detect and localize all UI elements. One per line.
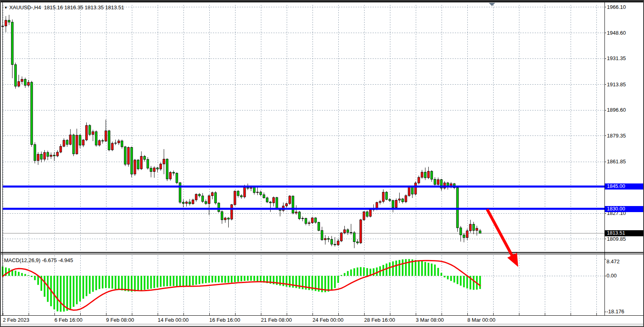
- axis-ticks: [3, 7, 606, 316]
- mt4-chart-window: ▼XAUUSD-,H4 1815.16 1816.35 1813.35 1813…: [0, 0, 644, 327]
- window-bottom-strip: [1, 324, 644, 327]
- macd-histogram: [2, 259, 481, 312]
- panel-frame: [1, 1, 644, 316]
- candlestick-series: [2, 15, 481, 248]
- level-line-1845[interactable]: [2, 185, 604, 187]
- current-price-badge: 1813.51: [605, 230, 644, 236]
- level-line-1830[interactable]: [2, 208, 604, 210]
- trend-arrow[interactable]: [487, 209, 518, 267]
- grid-layer: [2, 5, 604, 315]
- resistance-level-badge: 1845.00: [605, 183, 644, 190]
- support-level-badge: 1830.00: [605, 206, 644, 212]
- chart-shift-marker[interactable]: [489, 3, 495, 6]
- chart-canvas[interactable]: [1, 1, 644, 327]
